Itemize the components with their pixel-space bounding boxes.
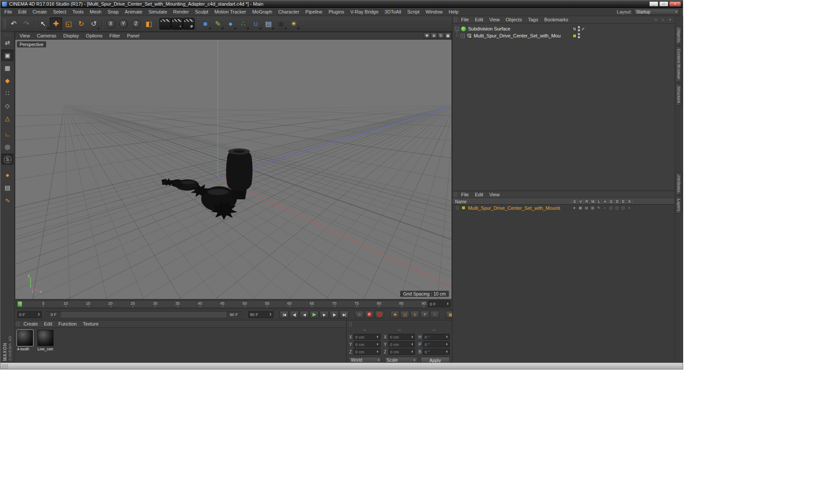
render-view-icon[interactable] <box>159 18 171 30</box>
workplane-mode-icon[interactable]: ◆ <box>1 75 13 86</box>
edges-mode-icon[interactable]: ◇ <box>1 100 13 111</box>
menu-sculpt[interactable]: Sculpt <box>192 9 212 14</box>
coordinates-column-header[interactable]: -- <box>418 327 450 333</box>
layer-manager-menu-view[interactable]: View <box>486 192 503 197</box>
menu-3dtoall[interactable]: 3DToAll <box>381 9 404 14</box>
end-frame-input[interactable]: 90 F <box>248 311 273 318</box>
side-tab-attributes[interactable]: Attributes <box>676 172 682 195</box>
layer-color-chip[interactable] <box>573 27 576 31</box>
menu-character[interactable]: Character <box>275 9 302 14</box>
live-selection-icon[interactable]: ↖ <box>37 17 50 30</box>
layer-toggle-x[interactable]: × <box>626 206 632 210</box>
viewport-canvas[interactable]: Perspective Grid Spacing : 10 cm y x z <box>15 40 452 299</box>
freehand-spline-icon[interactable]: ✎ <box>212 17 224 30</box>
layer-toggle-v[interactable]: ▦ <box>577 206 583 210</box>
layer-manager-menu-edit[interactable]: Edit <box>472 192 486 197</box>
viewport-solo-icon[interactable]: ◎ <box>1 141 13 152</box>
object-manager-menu-view[interactable]: View <box>486 17 503 22</box>
pan-view-icon[interactable]: ✚ <box>424 33 430 39</box>
zoom-view-icon[interactable]: ⊕ <box>431 33 437 39</box>
status-bar-grip[interactable] <box>1 364 8 369</box>
range-end-handle[interactable]: 90 F <box>226 312 241 317</box>
subdivision-surface-icon[interactable]: ● <box>224 17 237 30</box>
coordinate-input[interactable]: 0 cm <box>388 334 415 340</box>
lock-icon[interactable]: ▪ <box>667 17 673 23</box>
search-icon[interactable]: ○ <box>653 17 659 23</box>
menu-help[interactable]: Help <box>446 9 462 14</box>
spinner-arrows[interactable] <box>376 336 378 339</box>
left-toolbar-grip[interactable] <box>3 34 11 36</box>
layer-color-chip[interactable] <box>573 34 576 38</box>
panel-grip[interactable] <box>349 322 352 327</box>
menu-mesh[interactable]: Mesh <box>87 9 104 14</box>
side-tab-structure[interactable]: Structure <box>676 84 682 106</box>
object-manager-menu-edit[interactable]: Edit <box>472 17 486 22</box>
expander-toggle[interactable]: + <box>461 34 465 38</box>
goto-start-button[interactable]: |◀ <box>280 311 289 319</box>
side-tab-layers[interactable]: Layers <box>676 196 682 214</box>
spinner-arrows[interactable] <box>447 302 449 306</box>
coordinate-input[interactable]: 0 cm <box>354 341 381 347</box>
object-manager-menu-file[interactable]: File <box>458 17 472 22</box>
menu-snap[interactable]: Snap <box>104 9 122 14</box>
coordinates-column-header[interactable]: -- <box>384 327 415 333</box>
menu-script[interactable]: Script <box>404 9 422 14</box>
viewport-menu-display[interactable]: Display <box>60 33 82 38</box>
spinner-arrows[interactable] <box>446 336 448 339</box>
spinner-arrows[interactable] <box>411 350 413 353</box>
coordinate-input[interactable]: 0 ° <box>423 349 450 355</box>
spinner-arrows[interactable] <box>411 343 413 346</box>
viewport-menu-cameras[interactable]: Cameras <box>34 33 60 38</box>
side-tab-content-browser[interactable]: Content Browser <box>676 46 682 82</box>
record-scale-toggle[interactable]: ◱ <box>400 311 409 319</box>
object-row[interactable]: −Subdivision Surface✓ <box>452 25 674 32</box>
materials-menu-edit[interactable]: Edit <box>41 321 55 326</box>
coordinate-input[interactable]: 0 cm <box>354 349 381 355</box>
panel-grip[interactable] <box>16 321 19 326</box>
prev-key-button[interactable]: ◀| <box>290 311 299 319</box>
range-start-handle[interactable]: 0 F <box>46 312 61 317</box>
viewport-menu-options[interactable]: Options <box>82 33 106 38</box>
layer-toggle-g[interactable]: ▢ <box>608 206 614 210</box>
workplane-lock-icon[interactable]: ▤ <box>1 182 13 193</box>
maximize-button[interactable]: □ <box>659 1 668 7</box>
object-manager-menu-objects[interactable]: Objects <box>502 17 525 22</box>
frame-input[interactable]: 0 F <box>17 311 42 318</box>
material-item[interactable]: 4-tooth <box>17 330 35 351</box>
model-mode-icon[interactable]: ▣ <box>1 50 13 61</box>
menu-plugins[interactable]: Plugins <box>325 9 347 14</box>
menu-mograph[interactable]: MoGraph <box>249 9 275 14</box>
toggle-view-icon[interactable]: ▣ <box>445 33 451 39</box>
panel-grip[interactable] <box>454 17 457 22</box>
toolbar-grip[interactable] <box>3 19 6 29</box>
layer-color-chip[interactable] <box>462 206 465 210</box>
spinner-arrows[interactable] <box>376 343 378 346</box>
coordinate-input[interactable]: 0 ° <box>423 341 450 347</box>
redo-icon[interactable]: ↷ <box>20 17 33 30</box>
viewport-menu-view[interactable]: View <box>16 33 34 38</box>
layout-dropdown[interactable]: Startup ▾ <box>634 9 679 15</box>
render-picture-viewer-icon[interactable]: + <box>171 18 183 30</box>
add-cube-icon[interactable]: ■ <box>199 17 212 30</box>
record-rotation-toggle[interactable]: ↻ <box>410 311 419 319</box>
menu-motion-tracker[interactable]: Motion Tracker <box>211 9 249 14</box>
x-axis-lock-icon[interactable]: X <box>104 17 117 30</box>
record-keyframe-icon[interactable] <box>365 311 374 319</box>
spinner-arrows[interactable] <box>376 350 378 353</box>
coordinate-input[interactable]: 0 ° <box>423 334 450 340</box>
home-icon[interactable]: ⌂ <box>660 17 666 23</box>
snap-icon[interactable]: S <box>1 154 13 165</box>
floor-icon[interactable]: ▤ <box>262 17 275 30</box>
material-item[interactable]: Live_cen <box>37 330 56 351</box>
materials-menu-function[interactable]: Function <box>55 321 80 326</box>
enabled-check-icon[interactable]: ✓ <box>581 27 585 31</box>
recent-tool-icon[interactable]: ↺ <box>88 17 100 30</box>
points-mode-icon[interactable]: ∷ <box>1 87 13 99</box>
spinner-arrows[interactable] <box>270 313 272 316</box>
layer-toggle-r[interactable]: ▤ <box>583 206 590 210</box>
next-key-button[interactable]: |▶ <box>330 311 339 319</box>
material-thumbnail[interactable] <box>17 330 33 346</box>
preview-range-slider[interactable]: 0 F 90 F <box>45 311 242 318</box>
current-frame-field[interactable]: 0 F <box>428 300 451 307</box>
coordinate-input[interactable]: 0 cm <box>388 349 415 355</box>
